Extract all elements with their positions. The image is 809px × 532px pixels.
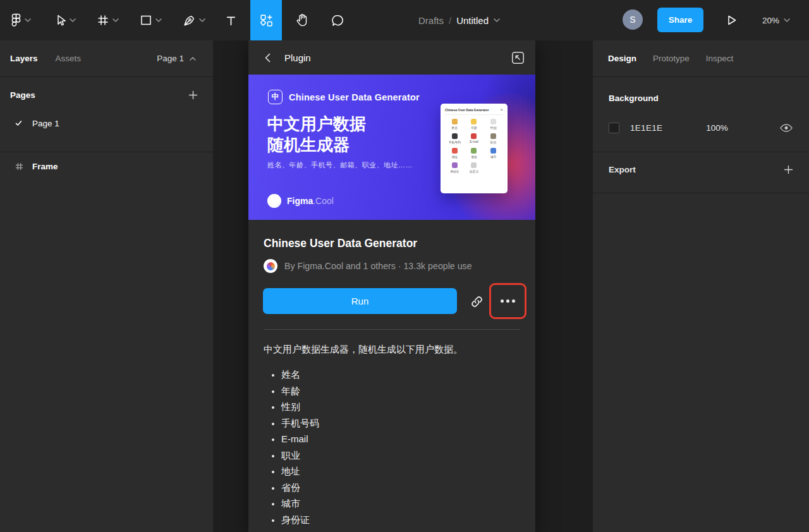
panel-divider xyxy=(593,152,809,152)
resources-plugin-tool-button[interactable] xyxy=(250,0,282,40)
preview-item: 手机号码 xyxy=(445,133,465,144)
item-icon xyxy=(452,133,458,139)
red-highlight-annotation xyxy=(489,283,526,319)
preview-item: 自定义 xyxy=(465,162,484,173)
share-button[interactable]: Share xyxy=(657,8,703,32)
export-header-label: Export xyxy=(609,165,636,174)
plugin-modal-header: Plugin xyxy=(248,40,535,75)
comment-tool-button[interactable] xyxy=(326,0,349,40)
move-tool-button[interactable] xyxy=(51,0,80,40)
present-play-icon[interactable] xyxy=(726,13,738,27)
preview-item: 身份证 xyxy=(445,162,465,173)
shape-tool-button[interactable] xyxy=(135,0,166,40)
list-item: 城市 xyxy=(281,495,520,512)
breadcrumb-separator: / xyxy=(449,15,451,26)
comment-bubble-icon xyxy=(331,14,344,27)
copy-link-icon[interactable] xyxy=(469,294,484,309)
pen-tool-button[interactable] xyxy=(178,0,210,40)
page-selector[interactable]: Page 1 xyxy=(157,54,196,63)
item-icon xyxy=(490,133,496,139)
preview-card-title: Chinese User Data Generator xyxy=(445,108,489,112)
more-options-button[interactable] xyxy=(491,285,525,317)
page-list-item[interactable]: Page 1 xyxy=(0,114,213,132)
preview-item: 省份 xyxy=(465,148,484,159)
list-item: 性别 xyxy=(281,399,520,415)
hand-icon xyxy=(296,13,309,27)
frame-tool-icon xyxy=(97,14,109,27)
rectangle-tool-icon xyxy=(140,14,152,27)
breadcrumb-folder[interactable]: Drafts xyxy=(418,15,444,26)
plugin-byline: By Figma.Cool and 1 others · 13.3k peopl… xyxy=(284,261,472,271)
add-page-button[interactable] xyxy=(188,90,198,100)
item-icon xyxy=(471,148,477,154)
tab-prototype[interactable]: Prototype xyxy=(653,54,690,63)
file-menu-chevron-icon[interactable] xyxy=(494,18,500,22)
preview-item: 年龄 xyxy=(465,119,484,130)
back-chevron-icon[interactable] xyxy=(265,53,271,63)
user-avatar[interactable]: S xyxy=(623,9,643,30)
modal-divider xyxy=(264,329,520,330)
preview-card-grid: 姓名 年龄 性别 手机号码 E-mail 职业 地址 省份 城市 身份证 自定义 xyxy=(445,119,503,173)
tab-design[interactable]: Design xyxy=(608,54,636,63)
run-button[interactable]: Run xyxy=(263,288,457,314)
pages-header-label: Pages xyxy=(10,90,35,100)
list-item: 手机号码 xyxy=(281,415,520,432)
preview-item: 职业 xyxy=(484,133,503,144)
list-item: 姓名 xyxy=(281,366,520,383)
zoom-control[interactable]: 20% xyxy=(762,0,790,40)
chevron-down-icon xyxy=(113,18,119,22)
tab-inspect[interactable]: Inspect xyxy=(706,54,734,63)
list-item: 地址 xyxy=(281,463,520,480)
item-icon xyxy=(490,148,496,154)
hand-tool-button[interactable] xyxy=(291,0,313,40)
sidebar-divider xyxy=(0,152,213,152)
item-icon xyxy=(452,119,458,124)
background-hex-value[interactable]: 1E1E1E xyxy=(630,123,662,133)
plugin-badge-icon: 中 xyxy=(268,90,283,104)
publisher-avatar xyxy=(264,259,277,273)
figma-main-menu[interactable] xyxy=(6,0,35,40)
tab-layers[interactable]: Layers xyxy=(10,54,38,63)
visibility-eye-icon[interactable] xyxy=(780,124,793,132)
page-item-label: Page 1 xyxy=(32,119,59,128)
list-item: 省份 xyxy=(281,480,520,496)
chevron-down-icon xyxy=(199,18,205,22)
list-item: 身份证 xyxy=(281,512,520,528)
breadcrumb: Drafts / Untitled xyxy=(418,0,500,40)
layer-row-frame[interactable]: Frame xyxy=(0,157,213,175)
item-icon xyxy=(471,119,477,124)
add-export-button[interactable] xyxy=(784,165,793,174)
plugin-detail-modal: Plugin 中 Chinese User Data Generator 中文用… xyxy=(248,40,535,532)
chevron-up-icon xyxy=(190,57,196,61)
banner-brand: Figma.Cool xyxy=(267,194,334,208)
banner-subtitle: 姓名、年龄、手机号、邮箱、职业、地址…… xyxy=(267,160,413,170)
tab-assets[interactable]: Assets xyxy=(56,54,82,63)
background-section-header: Background xyxy=(609,94,659,103)
list-item: E-mail xyxy=(281,431,520,447)
checkmark-icon xyxy=(15,120,22,126)
top-toolbar: Drafts / Untitled S Share 20% xyxy=(0,0,809,40)
item-icon xyxy=(471,133,477,139)
frame-tool-button[interactable] xyxy=(92,0,123,40)
banner-heading-line2: 随机生成器 xyxy=(267,135,366,155)
frame-layer-label: Frame xyxy=(32,162,58,171)
item-icon xyxy=(452,162,458,168)
layers-panel: Layers Assets Page 1 Pages Page 1 Frame xyxy=(0,40,213,532)
pages-section-header: Pages xyxy=(10,86,198,104)
preview-item: 性别 xyxy=(484,119,503,130)
text-tool-button[interactable] xyxy=(221,0,240,40)
frame-layer-icon xyxy=(15,162,23,171)
background-color-swatch[interactable] xyxy=(609,123,619,133)
background-opacity-value[interactable]: 100% xyxy=(706,123,728,133)
plugin-name: Chinese User Data Generator xyxy=(264,237,417,250)
plugin-description: 中文用户数据生成器，随机生成以下用户数据。 xyxy=(264,344,520,356)
panel-divider xyxy=(593,193,809,193)
chevron-down-icon xyxy=(25,18,31,22)
breadcrumb-filename[interactable]: Untitled xyxy=(456,15,489,26)
item-icon xyxy=(490,119,496,124)
banner-heading-line1: 中文用户数据 xyxy=(267,114,366,135)
background-color-row: 1E1E1E 100% xyxy=(609,120,793,135)
open-in-window-icon[interactable] xyxy=(511,51,525,64)
preview-item: E-mail xyxy=(465,133,484,144)
chevron-down-icon xyxy=(784,18,790,22)
